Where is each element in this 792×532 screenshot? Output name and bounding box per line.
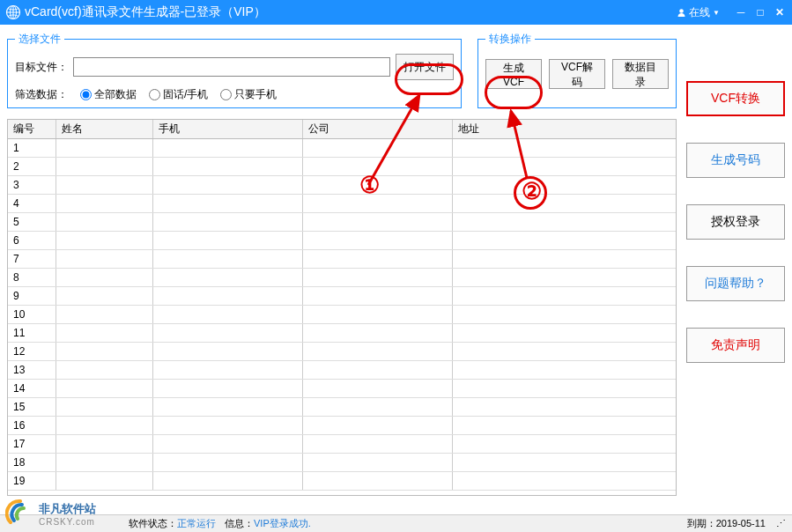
- minimize-button[interactable]: ─: [734, 5, 748, 19]
- radio-all[interactable]: 全部数据: [80, 87, 137, 102]
- online-status: 在线 ▼: [677, 5, 720, 20]
- table-row[interactable]: 3: [8, 175, 676, 194]
- col-address[interactable]: 地址: [452, 120, 676, 138]
- watermark: 非凡软件站 CRSKY.com: [5, 499, 96, 528]
- status-bar: 软件状态：正常运行 信息：VIP登录成功. 到期：2019-05-11 ⋰: [0, 514, 792, 532]
- data-table-wrapper: 编号 姓名 手机 公司 地址 1234567891011121314151617…: [7, 119, 677, 496]
- watermark-icon: [5, 499, 35, 528]
- ops-legend: 转换操作: [485, 32, 535, 47]
- table-row[interactable]: 12: [8, 342, 676, 360]
- radio-mobile[interactable]: 只要手机: [220, 87, 277, 102]
- date-label: 到期：: [687, 518, 716, 528]
- date-value: 2019-05-11: [716, 518, 766, 528]
- table-row[interactable]: 4: [8, 194, 676, 212]
- target-file-input[interactable]: [73, 57, 390, 77]
- table-row[interactable]: 9: [8, 286, 676, 305]
- table-row[interactable]: 13: [8, 360, 676, 379]
- ops-group: 转换操作 生成VCF VCF解码 数据目录: [477, 32, 677, 108]
- generate-vcf-button[interactable]: 生成VCF: [485, 59, 542, 89]
- window-title: vCard(vcf)通讯录文件生成器-已登录（VIP）: [25, 4, 266, 20]
- table-row[interactable]: 8: [8, 268, 676, 286]
- svg-point-2: [679, 9, 684, 13]
- annotation-arrow-2: [493, 106, 564, 194]
- close-button[interactable]: ✕: [773, 5, 787, 19]
- user-icon: [677, 8, 686, 18]
- generate-number-button[interactable]: 生成号码: [686, 143, 785, 178]
- table-row[interactable]: 15: [8, 397, 676, 416]
- globe-icon: [5, 4, 21, 20]
- open-file-button[interactable]: 打开文件: [396, 54, 454, 80]
- table-row[interactable]: 18: [8, 453, 676, 471]
- table-row[interactable]: 17: [8, 434, 676, 453]
- table-row[interactable]: 16: [8, 416, 676, 434]
- table-row[interactable]: 19: [8, 471, 676, 490]
- table-row[interactable]: 14: [8, 379, 676, 397]
- table-row[interactable]: 10: [8, 305, 676, 323]
- col-name[interactable]: 姓名: [56, 120, 152, 138]
- vcf-decode-button[interactable]: VCF解码: [549, 59, 605, 89]
- disclaimer-button[interactable]: 免责声明: [686, 328, 785, 363]
- info-value: VIP登录成功.: [254, 518, 311, 528]
- auth-login-button[interactable]: 授权登录: [686, 204, 785, 240]
- table-row[interactable]: 6: [8, 231, 676, 249]
- state-label: 软件状态：: [129, 518, 177, 528]
- resize-grip-icon[interactable]: ⋰: [774, 518, 787, 529]
- select-file-legend: 选择文件: [15, 32, 64, 47]
- radio-landline[interactable]: 固话/手机: [149, 87, 208, 102]
- table-row[interactable]: 7: [8, 249, 676, 268]
- table-row[interactable]: 5: [8, 212, 676, 231]
- info-label: 信息：: [225, 518, 254, 528]
- sidebar: VCF转换 生成号码 授权登录 问题帮助？ 免责声明: [686, 32, 785, 389]
- col-phone[interactable]: 手机: [152, 120, 302, 138]
- filter-label: 筛选数据：: [15, 87, 68, 102]
- state-value: 正常运行: [177, 518, 216, 528]
- table-row[interactable]: 2: [8, 157, 676, 175]
- table-row[interactable]: 11: [8, 323, 676, 342]
- col-id[interactable]: 编号: [8, 120, 56, 138]
- vcf-convert-button[interactable]: VCF转换: [686, 81, 785, 116]
- svg-line-4: [511, 111, 527, 178]
- svg-line-3: [368, 95, 419, 185]
- maximize-button[interactable]: □: [753, 5, 767, 19]
- data-table: 编号 姓名 手机 公司 地址 1234567891011121314151617…: [8, 120, 676, 491]
- data-dir-button[interactable]: 数据目录: [612, 59, 669, 89]
- annotation-arrow-1: [351, 88, 439, 194]
- title-bar: vCard(vcf)通讯录文件生成器-已登录（VIP） 在线 ▼ ─ □ ✕: [0, 0, 792, 25]
- help-button[interactable]: 问题帮助？: [686, 266, 785, 301]
- target-file-label: 目标文件：: [15, 60, 68, 75]
- table-row[interactable]: 1: [8, 138, 676, 157]
